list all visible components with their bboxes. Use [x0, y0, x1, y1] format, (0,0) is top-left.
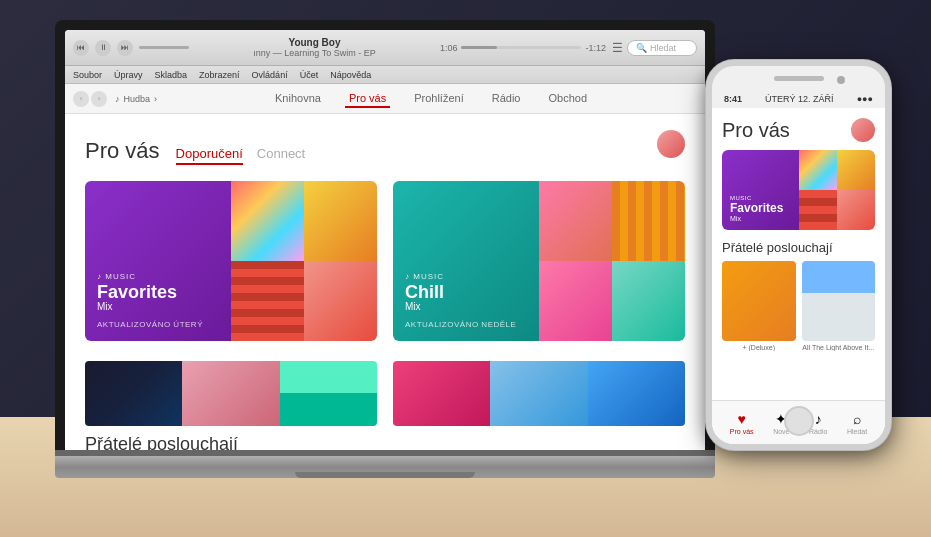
- tab-library[interactable]: Knihovna: [271, 90, 325, 108]
- search-placeholder: Hledat: [650, 43, 676, 53]
- iphone-date: ÚTERÝ 12. ZÁŘÍ: [765, 94, 834, 104]
- chill-title: Chill: [405, 283, 527, 301]
- favorites-updated: Aktualizováno úterý: [97, 320, 219, 329]
- iphone-mix-subtitle: Mix: [730, 215, 791, 222]
- menu-napoveda[interactable]: Nápověda: [330, 70, 371, 80]
- bl-thumb-2: [182, 361, 279, 426]
- iphone-friend-1[interactable]: [722, 261, 796, 341]
- iphone-friends-row: + (Deluxe) All The Light Above It...: [722, 261, 875, 351]
- sub-tabs: Doporučení Connect: [176, 146, 306, 165]
- thumb-3: [231, 261, 304, 341]
- iphone-friend-2-label: All The Light Above It...: [802, 344, 876, 351]
- laptop-screen-outer: ⏮ ⏸ ⏭ Young Boy ınny — Learning To Swim …: [55, 20, 715, 450]
- bl-thumb-1: [85, 361, 182, 426]
- user-avatar[interactable]: [657, 130, 685, 158]
- menubar: Soubor Úpravy Skladba Zobrazení Ovládání…: [65, 66, 705, 84]
- bottom-right-grid: [393, 361, 685, 426]
- sub-tab-doporuceni[interactable]: Doporučení: [176, 146, 243, 165]
- iphone-friends-section: Přátelé poslouchají + (Deluxe) All The L…: [722, 240, 875, 351]
- chill-updated: Aktualizováno neděle: [405, 320, 527, 329]
- chill-thumb-1: [539, 181, 612, 261]
- heart-icon: ♥: [738, 411, 746, 427]
- br-thumb-3: [588, 361, 685, 426]
- progress-area: 1:06 -1:12: [440, 43, 606, 53]
- nav-tabs: Knihovna Pro vás Prohlížení Rádio Obchod: [165, 90, 697, 108]
- breadcrumb-text: Hudba: [124, 94, 151, 104]
- chill-label: ♪ Music: [405, 272, 527, 281]
- tab-store[interactable]: Obchod: [544, 90, 591, 108]
- laptop-base: [55, 456, 715, 478]
- progress-fill: [461, 46, 497, 49]
- iphone-thumb-2: [837, 150, 875, 190]
- tab-browse[interactable]: Prohlížení: [410, 90, 468, 108]
- search-icon: ⌕: [853, 411, 861, 427]
- iphone-status-bar: 8:41 ÚTERÝ 12. ZÁŘÍ ●●●: [712, 90, 885, 108]
- iphone-thumb-4: [837, 190, 875, 230]
- search-icon: 🔍: [636, 43, 647, 53]
- iphone-avatar[interactable]: [851, 118, 875, 142]
- thumb-1: [231, 181, 304, 261]
- thumb-4: [304, 261, 377, 341]
- iphone-mix-thumbs: [799, 150, 876, 230]
- music-note-icon: ♪: [115, 94, 120, 104]
- volume-control[interactable]: [139, 46, 189, 49]
- chevron-right-icon: ›: [154, 94, 157, 104]
- list-icon: ☰: [612, 41, 623, 55]
- iphone-content: Pro vás Music Favorites Mix P: [712, 108, 885, 400]
- menu-skladba[interactable]: Skladba: [155, 70, 188, 80]
- track-info: Young Boy ınny — Learning To Swim - EP: [195, 37, 434, 58]
- iphone-tab-for-you[interactable]: ♥ Pro vás: [730, 411, 754, 435]
- bl-thumb-3: [280, 361, 377, 426]
- menu-soubor[interactable]: Soubor: [73, 70, 102, 80]
- progress-bar[interactable]: [461, 46, 581, 49]
- iphone-signal: ●●●: [857, 94, 873, 104]
- prev-button[interactable]: ⏮: [73, 40, 89, 56]
- iphone-page-title-text: Pro vás: [722, 119, 790, 142]
- favorites-mix-card[interactable]: ♪ Music Favorites Mix Aktualizováno úter…: [85, 181, 377, 341]
- sub-tab-connect[interactable]: Connect: [257, 146, 305, 165]
- chill-thumb-4: [612, 261, 685, 341]
- next-button[interactable]: ⏭: [117, 40, 133, 56]
- tab-for-you[interactable]: Pro vás: [345, 90, 390, 108]
- favorites-mix-main: ♪ Music Favorites Mix Aktualizováno úter…: [85, 181, 231, 341]
- forward-arrow[interactable]: ›: [91, 91, 107, 107]
- toolbar-controls: ☰ 🔍 Hledat: [612, 40, 697, 56]
- favorites-title: Favorites: [97, 283, 219, 301]
- page-title: Pro vás: [85, 138, 160, 164]
- bottom-row: [85, 361, 685, 426]
- menu-ucet[interactable]: Účet: [300, 70, 319, 80]
- time-elapsed: 1:06: [440, 43, 458, 53]
- iphone-friend-1-wrapper: + (Deluxe): [722, 261, 796, 351]
- iphone-speaker: [774, 76, 824, 81]
- time-remaining: -1:12: [585, 43, 606, 53]
- favorites-subtitle: Mix: [97, 301, 219, 312]
- iphone-friend-2[interactable]: [802, 261, 876, 341]
- mixes-row: ♪ Music Favorites Mix Aktualizováno úter…: [85, 181, 685, 341]
- section-header: Pro vás Doporučení Connect: [85, 130, 685, 165]
- iphone-tab-search[interactable]: ⌕ Hledat: [847, 411, 867, 435]
- play-pause-button[interactable]: ⏸: [95, 40, 111, 56]
- track-artist: ınny — Learning To Swim - EP: [195, 48, 434, 58]
- chill-thumb-2: [612, 181, 685, 261]
- radio-icon: ♪: [815, 411, 822, 427]
- iphone-home-btn[interactable]: [784, 406, 814, 436]
- itunes-toolbar: ⏮ ⏸ ⏭ Young Boy ınny — Learning To Swim …: [65, 30, 705, 66]
- main-content: Pro vás Doporučení Connect ♪ Music Favor…: [65, 114, 705, 450]
- menu-upravy[interactable]: Úpravy: [114, 70, 143, 80]
- iphone-page-header: Pro vás: [722, 118, 875, 142]
- search-box[interactable]: 🔍 Hledat: [627, 40, 697, 56]
- iphone-mix-main: Music Favorites Mix: [722, 150, 799, 230]
- nav-arrows: ‹ ›: [73, 91, 107, 107]
- iphone-screen: 8:41 ÚTERÝ 12. ZÁŘÍ ●●● Pro vás Music Fa…: [712, 90, 885, 444]
- iphone-mix-card[interactable]: Music Favorites Mix: [722, 150, 875, 230]
- iphone-thumb-3: [799, 190, 837, 230]
- favorites-thumbs: [231, 181, 377, 341]
- iphone-time: 8:41: [724, 94, 742, 104]
- tab-radio[interactable]: Rádio: [488, 90, 525, 108]
- iphone-friends-title: Přátelé poslouchají: [722, 240, 875, 255]
- menu-zobrazeni[interactable]: Zobrazení: [199, 70, 240, 80]
- back-arrow[interactable]: ‹: [73, 91, 89, 107]
- menu-ovladani[interactable]: Ovládání: [252, 70, 288, 80]
- chill-mix-card[interactable]: ♪ Music Chill Mix Aktualizováno neděle: [393, 181, 685, 341]
- chill-subtitle: Mix: [405, 301, 527, 312]
